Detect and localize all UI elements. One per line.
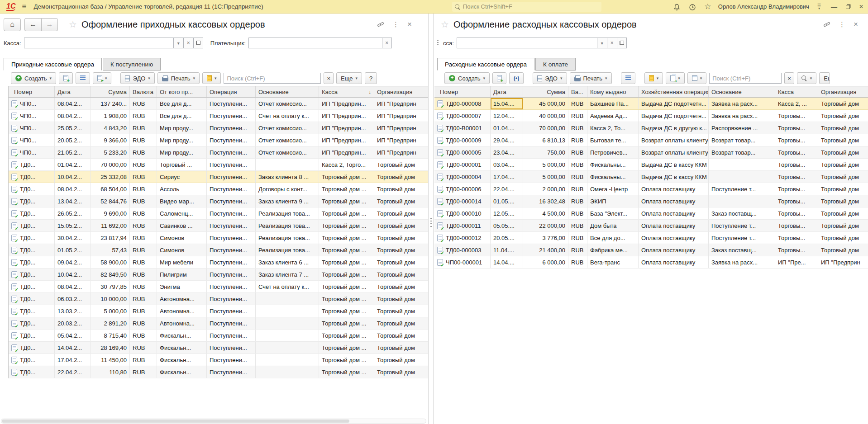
table-cell[interactable]: Торговый дом ... <box>319 342 374 353</box>
table-cell[interactable]: ТД0... <box>9 256 55 268</box>
table-cell[interactable]: ТД0... <box>9 354 55 366</box>
table-cell[interactable]: RUB <box>130 269 157 280</box>
table-cell[interactable]: RUB <box>568 98 587 109</box>
table-cell[interactable]: Поступлени... <box>207 171 256 183</box>
table-cell[interactable]: Торговый дом <box>818 183 868 195</box>
table-cell[interactable]: Возврат товар... <box>709 134 775 146</box>
table-row[interactable]: ТД00-00000311.04....21 400,00RUBФабрика … <box>434 244 868 256</box>
table-cell[interactable]: 17.04.... <box>491 171 523 183</box>
table-cell[interactable]: ЧП0... <box>9 122 55 134</box>
table-cell[interactable]: Оплата поставщику <box>639 195 709 207</box>
table-cell[interactable]: ТД00-000009 <box>434 134 491 146</box>
table-row[interactable]: ТД0...08.04.2...30 797,85RUBЭнигмаПоступ… <box>9 281 428 293</box>
column-header-номер[interactable]: Номер <box>434 86 491 97</box>
tab-к-поступлению[interactable]: К поступлению <box>103 58 161 71</box>
table-cell[interactable]: Поступлени... <box>207 269 256 280</box>
hamburger-menu-icon[interactable]: ≡ <box>22 2 26 11</box>
more-actions-icon[interactable]: ⋮ <box>392 20 399 28</box>
table-cell[interactable]: 01.05.... <box>491 195 523 207</box>
table-cell[interactable]: RUB <box>130 183 157 195</box>
table-row[interactable]: ТД00-00001220.05....3 776,00RUBВсе для д… <box>434 232 868 244</box>
table-cell[interactable]: Поступлени... <box>207 342 256 353</box>
table-cell[interactable]: Торговый дом <box>818 159 868 170</box>
table-row[interactable]: ТД00-00001401.05....16 302,48RUBЭКИПОпла… <box>434 195 868 207</box>
table-cell[interactable]: Вега-транс <box>587 256 639 268</box>
table-cell[interactable]: ТД0... <box>9 293 55 305</box>
table-cell[interactable]: Возврат товар... <box>709 146 775 158</box>
table-cell[interactable]: 22.04.2... <box>55 366 91 378</box>
table-cell[interactable]: Выдача ДС в другую к... <box>639 122 709 134</box>
table-cell[interactable] <box>256 342 319 353</box>
table-cell[interactable]: Поступлени... <box>207 183 256 195</box>
table-row[interactable]: ТД00-00000103.04....5 000,00RUBФискальны… <box>434 159 868 171</box>
table-cell[interactable]: Оплата поставщику <box>639 183 709 195</box>
table-cell[interactable]: 2 000,00 <box>523 183 568 195</box>
table-cell[interactable]: 110,80 <box>91 366 130 378</box>
table-cell[interactable]: Петровичев... <box>587 146 639 158</box>
table-cell[interactable]: 4 500,00 <box>523 207 568 219</box>
table-cell[interactable]: Торговый дом ... <box>319 195 374 207</box>
table-cell[interactable]: Торговый дом <box>374 293 428 305</box>
table-cell[interactable]: 22.04.... <box>491 183 523 195</box>
table-cell[interactable]: Торговый дом ... <box>319 183 374 195</box>
table-cell[interactable]: 20.05.... <box>491 232 523 244</box>
table-row[interactable]: ТД0...26.05.2...9 690,00RUBСаломенц...По… <box>9 207 428 220</box>
history-clock-icon[interactable] <box>685 2 700 10</box>
table-cell[interactable]: ЧП0... <box>9 146 55 158</box>
table-cell[interactable]: 13.04.2... <box>55 195 91 207</box>
table-cell[interactable]: RUB <box>568 110 587 122</box>
table-cell[interactable]: Торговый ... <box>157 159 207 170</box>
search-clear-button[interactable]: × <box>784 72 794 84</box>
table-cell[interactable]: Торговы... <box>775 232 818 244</box>
table-cell[interactable]: RUB <box>130 98 157 109</box>
table-cell[interactable]: Договоры с конт... <box>256 183 319 195</box>
table-cell[interactable]: 68 504,00 <box>91 183 130 195</box>
table-cell[interactable]: Отчет комиссио... <box>256 134 319 146</box>
column-header-ва-[interactable]: Ва... <box>568 86 587 97</box>
table-row[interactable]: ЧП00-00000114.04....6 000,00RUBВега-тран… <box>434 256 868 269</box>
table-cell[interactable]: ТД00-000012 <box>434 232 491 244</box>
table-cell[interactable]: Торговый дом <box>818 122 868 134</box>
table-cell[interactable]: ТД0... <box>9 281 55 292</box>
table-cell[interactable]: Торговы... <box>775 195 818 207</box>
table-cell[interactable]: Поступлени... <box>207 207 256 219</box>
table-cell[interactable]: База "Элект... <box>587 207 639 219</box>
table-cell[interactable]: Оплата поставщику <box>639 232 709 244</box>
table-cell[interactable]: ТД00-000006 <box>434 183 491 195</box>
table-cell[interactable]: 750,00 <box>523 146 568 158</box>
table-cell[interactable]: 10.04.2... <box>55 171 91 183</box>
table-cell[interactable]: Торговый дом ... <box>319 232 374 244</box>
table-cell[interactable]: 14.04.2... <box>55 342 91 353</box>
table-cell[interactable]: Возврат оплаты клиенту <box>639 146 709 158</box>
table-cell[interactable]: Поступлени... <box>207 220 256 231</box>
post-button[interactable]: ▾ <box>93 72 112 84</box>
table-cell[interactable]: Торговый дом <box>374 171 428 183</box>
table-cell[interactable]: Поступлени... <box>207 256 256 268</box>
table-cell[interactable]: RUB <box>130 330 157 341</box>
restore-icon[interactable] <box>841 3 854 10</box>
kassa-open-button[interactable] <box>193 38 203 48</box>
table-row[interactable]: ТД0...13.03.2...5 000,00RUBАвтономна...П… <box>9 305 428 317</box>
copy-button[interactable] <box>59 72 73 84</box>
table-cell[interactable]: ТД0... <box>9 317 55 329</box>
table-cell[interactable]: Заказ клиента 8 ... <box>256 171 319 183</box>
table-cell[interactable]: RUB <box>568 183 587 195</box>
table-row[interactable]: ТД00-В0000101.04....70 000,00RUBКасса 2,… <box>434 122 868 134</box>
table-cell[interactable]: RUB <box>130 122 157 134</box>
list-button[interactable] <box>621 72 635 84</box>
table-cell[interactable]: Торговый дом <box>818 110 868 122</box>
table-cell[interactable]: Торговы... <box>775 183 818 195</box>
table-cell[interactable] <box>256 366 319 378</box>
kassa-clear-button[interactable]: × <box>607 38 617 48</box>
table-row[interactable]: ТД0...10.04.2...25 332,08RUBСириусПоступ… <box>9 171 428 183</box>
close-window-icon[interactable]: × <box>407 20 412 29</box>
table-cell[interactable]: ТД0... <box>9 183 55 195</box>
table-cell[interactable]: Заказ клиента 9 ... <box>256 195 319 207</box>
table-cell[interactable]: ТД0... <box>9 195 55 207</box>
table-cell[interactable] <box>256 293 319 305</box>
table-cell[interactable]: 57,43 <box>91 244 130 256</box>
table-cell[interactable]: ТД0... <box>9 232 55 244</box>
table-cell[interactable]: Заказ поставщ... <box>709 244 775 256</box>
table-cell[interactable]: Торговый дом <box>374 354 428 366</box>
table-cell[interactable]: Реализация това... <box>256 232 319 244</box>
